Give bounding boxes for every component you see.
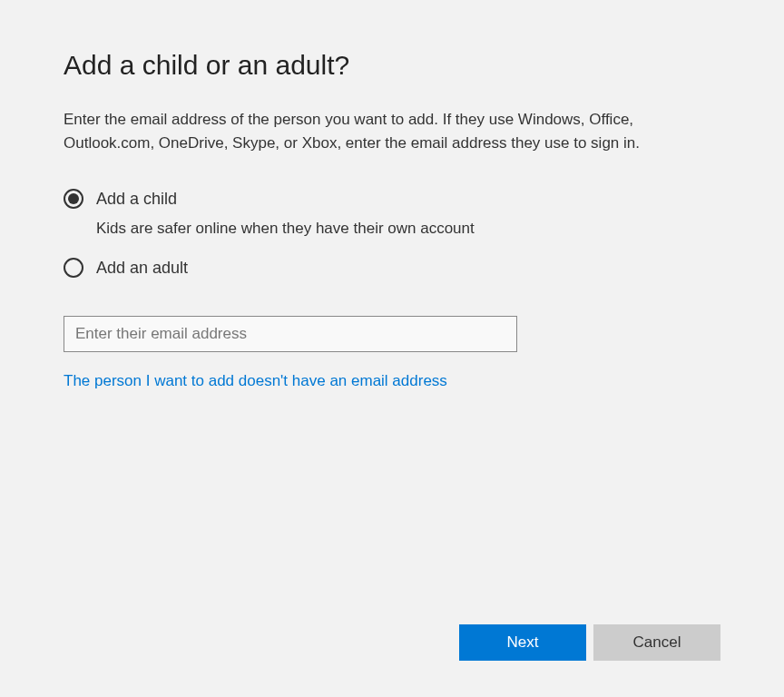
no-email-link[interactable]: The person I want to add doesn't have an…	[64, 372, 720, 390]
email-field[interactable]	[64, 316, 517, 352]
add-person-dialog: Add a child or an adult? Enter the email…	[0, 0, 784, 697]
radio-adult-label: Add an adult	[96, 259, 188, 278]
radio-selected-icon	[64, 189, 83, 209]
radio-child-label: Add a child	[96, 190, 177, 209]
next-button[interactable]: Next	[459, 624, 586, 661]
radio-child-subtext: Kids are safer online when they have the…	[96, 220, 720, 238]
dialog-footer: Next Cancel	[64, 624, 720, 661]
radio-add-child[interactable]: Add a child	[64, 189, 720, 209]
person-type-radio-group: Add a child Kids are safer online when t…	[64, 189, 720, 289]
radio-add-adult[interactable]: Add an adult	[64, 258, 720, 278]
radio-unselected-icon	[64, 258, 83, 278]
page-description: Enter the email address of the person yo…	[64, 108, 720, 154]
page-title: Add a child or an adult?	[64, 50, 720, 81]
cancel-button[interactable]: Cancel	[593, 624, 720, 661]
